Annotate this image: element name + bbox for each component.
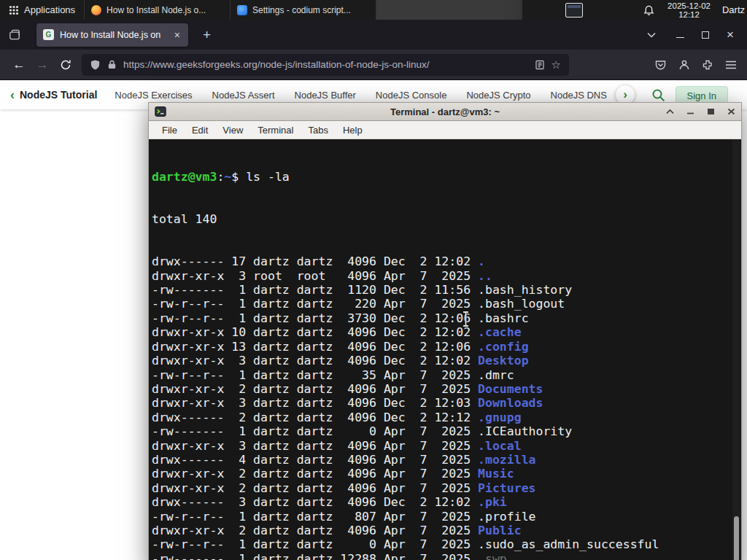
tab-bar: G How to Install Node.js on × + ×	[0, 20, 747, 50]
file-name: ..	[478, 269, 492, 283]
bookmark-star-icon[interactable]: ☆	[551, 60, 561, 70]
terminal-total-line: total 140	[152, 212, 741, 226]
chevron-down-icon	[647, 32, 656, 38]
menu-edit[interactable]: Edit	[185, 125, 215, 136]
tracking-protection-shield-icon[interactable]	[90, 59, 101, 71]
reader-view-icon[interactable]	[535, 60, 545, 70]
extensions-icon[interactable]	[702, 59, 713, 71]
navigation-toolbar: ← → https://www.geeksforgeeks.org/node-j…	[0, 50, 747, 80]
padlock-icon[interactable]	[107, 59, 117, 70]
clock-time: 12:12	[667, 10, 711, 19]
tray-window-icon	[565, 3, 583, 18]
clock-date: 2025-12-02	[667, 1, 711, 10]
chevron-left-icon: ‹	[10, 90, 15, 100]
terminal-line: -rw------- 1 dartz dartz 1120 Dec 2 11:5…	[152, 283, 741, 297]
file-name: .dmrc	[478, 368, 514, 382]
applications-label: Applications	[24, 4, 75, 15]
close-window-icon[interactable]	[727, 108, 735, 115]
taskbar-button-terminal[interactable]: Terminal - dartz@vm3: ~	[376, 0, 522, 20]
terminal-line: -rw-r--r-- 1 dartz dartz 0 Apr 7 2025 .s…	[152, 537, 741, 551]
notifications-button[interactable]	[637, 0, 661, 20]
gfg-nav-link[interactable]: NodeJS Assert	[212, 90, 275, 101]
gfg-nav-link[interactable]: NodeJS Crypto	[466, 90, 530, 101]
terminal-line: drwxr-xr-x 2 dartz dartz 4096 Apr 7 2025…	[152, 481, 741, 495]
file-name: .bash_logout	[478, 297, 565, 311]
new-tab-button[interactable]: +	[198, 27, 215, 43]
terminal-line: drwxr-xr-x 3 dartz dartz 4096 Dec 2 12:0…	[152, 396, 741, 410]
applications-menu-button[interactable]: Applications	[0, 0, 85, 20]
minimize-button[interactable]	[676, 37, 684, 38]
menu-terminal[interactable]: Terminal	[250, 125, 301, 136]
ibeam-cursor	[461, 311, 471, 328]
firefox-view-icon	[9, 29, 20, 41]
terminal-titlebar[interactable]: Terminal - dartz@vm3: ~	[148, 102, 742, 121]
file-name: Pictures	[478, 481, 535, 495]
terminal-output[interactable]: dartz@vm3:~$ ls -la total 140 drwx------…	[148, 139, 742, 560]
terminal-window-controls	[666, 108, 735, 115]
menu-help[interactable]: Help	[336, 125, 370, 136]
terminal-scrollbar-thumb[interactable]	[734, 516, 739, 560]
terminal-line: -rw-r--r-- 1 dartz dartz 220 Apr 7 2025 …	[152, 297, 741, 311]
file-name: Downloads	[478, 396, 543, 410]
reload-icon	[60, 59, 71, 71]
tab-close-button[interactable]: ×	[173, 29, 182, 41]
maximize-window-icon[interactable]	[707, 108, 715, 115]
terminal-line: drwxr-xr-x 2 dartz dartz 4096 Apr 7 2025…	[152, 382, 741, 396]
taskbar-button-codium[interactable]: Settings - codium script...	[231, 0, 376, 20]
gfg-nav-links: NodeJS Exercises NodeJS Assert NodeJS Bu…	[115, 90, 618, 101]
terminal-scrollbar[interactable]	[732, 139, 740, 560]
menu-tabs[interactable]: Tabs	[301, 125, 335, 136]
gfg-nav-link[interactable]: NodeJS Buffer	[295, 90, 356, 101]
file-name: .pki	[478, 495, 507, 509]
window-taskbar: How to Install Node.js o... Settings - c…	[85, 0, 522, 20]
terminal-line: -rw------- 1 dartz dartz 0 Apr 7 2025 .I…	[152, 424, 741, 438]
file-name: Public	[478, 524, 522, 537]
applications-grid-icon	[9, 5, 19, 15]
browser-tab[interactable]: G How to Install Node.js on ×	[36, 23, 188, 47]
terminal-line: drwxr-xr-x 2 dartz dartz 4096 Apr 7 2025…	[152, 524, 741, 537]
terminal-line: drwxr-xr-x 3 dartz dartz 4096 Apr 7 2025…	[152, 439, 741, 453]
file-name: .mozilla	[478, 453, 535, 467]
terminal-line: drwx------ 3 dartz dartz 4096 Dec 2 12:0…	[152, 495, 741, 509]
panel-spacer	[588, 0, 637, 20]
file-name: .swp	[478, 552, 507, 560]
clock[interactable]: 2025-12-02 12:12	[661, 0, 717, 20]
list-all-tabs-button[interactable]	[640, 32, 663, 38]
terminal-prompt-line: dartz@vm3:~$ ls -la	[152, 170, 741, 184]
gfg-nav-link[interactable]: NodeJS Console	[376, 90, 447, 101]
back-button[interactable]: ←	[7, 58, 31, 72]
menu-file[interactable]: File	[155, 125, 185, 136]
taskbar-button-firefox[interactable]: How to Install Node.js o...	[85, 0, 231, 20]
minimize-window-icon[interactable]	[686, 109, 694, 114]
url-bar[interactable]: https://www.geeksforgeeks.org/node-js/in…	[82, 54, 569, 76]
menu-view[interactable]: View	[215, 125, 250, 136]
file-name: Desktop	[478, 354, 529, 368]
terminal-line: drwx------ 4 dartz dartz 4096 Apr 7 2025…	[152, 453, 741, 467]
gfg-nav-link[interactable]: NodeJS DNS	[551, 90, 607, 101]
terminal-line: drwxr-xr-x 13 dartz dartz 4096 Dec 2 12:…	[152, 340, 741, 354]
terminal-line: drwxr-xr-x 3 root root 4096 Apr 7 2025 .…	[152, 269, 741, 283]
file-name: .bash_history	[478, 283, 572, 297]
chevron-right-icon: ›	[623, 90, 627, 100]
account-icon[interactable]	[678, 59, 690, 71]
firefox-view-button[interactable]	[9, 29, 20, 41]
terminal-line: drwxr-xr-x 2 dartz dartz 4096 Apr 7 2025…	[152, 467, 741, 481]
user-label: Dartz	[717, 0, 747, 20]
menu-hamburger-icon[interactable]	[725, 60, 737, 70]
forward-button[interactable]: →	[31, 58, 54, 72]
file-name: Music	[478, 467, 514, 481]
close-button[interactable]: ×	[727, 31, 734, 39]
gfg-nav-link[interactable]: NodeJS Exercises	[115, 90, 192, 101]
shade-window-icon[interactable]	[666, 109, 674, 114]
file-name: .gnupg	[478, 411, 522, 424]
terminal-line: drwxr-xr-x 10 dartz dartz 4096 Dec 2 12:…	[152, 325, 741, 339]
pocket-icon[interactable]	[654, 59, 667, 71]
maximize-button[interactable]	[702, 31, 709, 39]
firefox-icon	[91, 5, 101, 15]
tray-window-button[interactable]	[560, 0, 588, 20]
terminal-line: drwx------ 2 dartz dartz 4096 Dec 2 12:1…	[152, 411, 741, 424]
reload-button[interactable]	[54, 59, 77, 71]
gfg-tutorial-back-link[interactable]: ‹ NodeJS Tutorial	[10, 89, 97, 101]
file-name: Documents	[478, 382, 543, 396]
url-text[interactable]: https://www.geeksforgeeks.org/node-js/in…	[123, 59, 528, 70]
